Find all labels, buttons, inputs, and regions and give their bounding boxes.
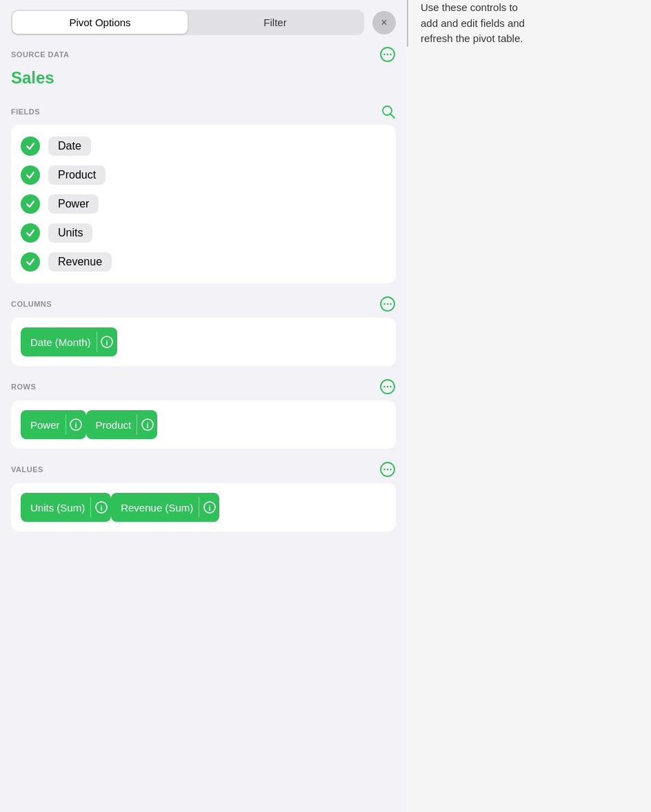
field-row[interactable]: Revenue <box>21 247 386 276</box>
screen: Pivot Options Filter × SOURCE DATA <box>0 0 651 812</box>
svg-point-1 <box>383 54 385 56</box>
fields-header: FIELDS <box>11 101 396 125</box>
row-tag[interactable]: Power i <box>21 410 86 439</box>
field-row[interactable]: Power <box>21 190 386 219</box>
svg-point-23 <box>390 469 392 471</box>
fields-label: FIELDS <box>11 108 40 116</box>
svg-text:i: i <box>208 504 210 512</box>
svg-point-9 <box>390 303 392 305</box>
svg-point-7 <box>383 303 385 305</box>
value-info-button[interactable]: i <box>90 497 111 518</box>
svg-text:i: i <box>100 504 102 512</box>
svg-point-2 <box>387 54 389 56</box>
rows-more-icon <box>379 378 396 395</box>
rows-label: ROWS <box>11 383 36 391</box>
tab-group: Pivot Options Filter <box>11 10 364 35</box>
fields-search-button[interactable] <box>381 104 396 119</box>
row-info-button[interactable]: i <box>66 414 86 435</box>
field-check <box>21 194 40 214</box>
columns-box: Date (Month) i <box>11 318 396 366</box>
field-tag: Power <box>48 194 99 214</box>
svg-point-8 <box>387 303 389 305</box>
field-row[interactable]: Date <box>21 132 386 161</box>
more-icon <box>379 46 396 63</box>
row-tag-label: Product <box>96 419 132 431</box>
source-data-header: SOURCE DATA <box>11 43 396 68</box>
search-icon <box>381 104 396 119</box>
svg-text:i: i <box>75 421 77 429</box>
svg-point-15 <box>390 386 392 388</box>
svg-point-22 <box>387 469 389 471</box>
columns-label: COLUMNS <box>11 300 52 308</box>
row-tag-label: Power <box>30 419 60 431</box>
svg-point-3 <box>390 54 392 56</box>
fields-box: Date Product Power Units Revenue <box>11 125 396 283</box>
rows-more-button[interactable] <box>379 378 396 395</box>
values-more-button[interactable] <box>379 461 396 478</box>
source-data-section: SOURCE DATA Sales <box>11 43 396 92</box>
close-button[interactable]: × <box>372 11 396 34</box>
callout-text: Use these controls to add and edit field… <box>421 0 525 47</box>
field-check <box>21 165 40 185</box>
source-data-label: SOURCE DATA <box>11 50 70 59</box>
values-section: VALUES Units (Sum) i Revenue (Sum) i <box>11 458 396 531</box>
field-tag: Units <box>48 223 92 243</box>
field-tag: Product <box>48 165 106 185</box>
pivot-options-panel: Pivot Options Filter × SOURCE DATA <box>0 0 407 812</box>
row-info-button[interactable]: i <box>137 414 157 435</box>
field-check <box>21 136 40 156</box>
values-header: VALUES <box>11 458 396 483</box>
column-tag-label: Date (Month) <box>30 336 91 348</box>
column-tag[interactable]: Date (Month) i <box>21 327 117 356</box>
source-data-more-button[interactable] <box>379 46 396 63</box>
svg-text:i: i <box>106 338 108 347</box>
value-tag[interactable]: Units (Sum) i <box>21 493 111 522</box>
field-tag: Revenue <box>48 252 112 272</box>
row-tag[interactable]: Product i <box>86 410 158 439</box>
svg-point-21 <box>383 469 385 471</box>
field-tag: Date <box>48 136 91 156</box>
rows-section: ROWS Power i Product i <box>11 376 396 449</box>
values-label: VALUES <box>11 465 43 474</box>
svg-line-5 <box>391 114 395 119</box>
columns-header: COLUMNS <box>11 293 396 318</box>
svg-point-14 <box>387 386 389 388</box>
callout-line <box>407 0 408 47</box>
field-row[interactable]: Units <box>21 219 386 247</box>
field-check <box>21 223 40 243</box>
tab-pivot-options[interactable]: Pivot Options <box>12 11 188 34</box>
rows-box: Power i Product i <box>11 400 396 449</box>
values-box: Units (Sum) i Revenue (Sum) i <box>11 483 396 531</box>
value-info-button[interactable]: i <box>199 497 219 518</box>
columns-more-button[interactable] <box>379 296 396 312</box>
callout-area: Use these controls to add and edit field… <box>407 0 651 47</box>
columns-section: COLUMNS Date (Month) i <box>11 293 396 366</box>
tab-filter[interactable]: Filter <box>188 11 363 34</box>
field-row[interactable]: Product <box>21 161 386 190</box>
field-check <box>21 252 40 272</box>
rows-header: ROWS <box>11 376 396 400</box>
svg-text:i: i <box>146 421 148 429</box>
value-tag-label: Units (Sum) <box>30 502 85 514</box>
value-tag-label: Revenue (Sum) <box>121 502 193 514</box>
svg-point-13 <box>383 386 385 388</box>
column-info-button[interactable]: i <box>97 332 117 352</box>
columns-more-icon <box>379 296 396 312</box>
value-tag[interactable]: Revenue (Sum) i <box>111 493 219 522</box>
fields-section: FIELDS Date Product <box>11 101 396 283</box>
values-more-icon <box>379 461 396 478</box>
source-name: Sales <box>11 68 396 92</box>
tab-bar: Pivot Options Filter × <box>0 0 407 43</box>
